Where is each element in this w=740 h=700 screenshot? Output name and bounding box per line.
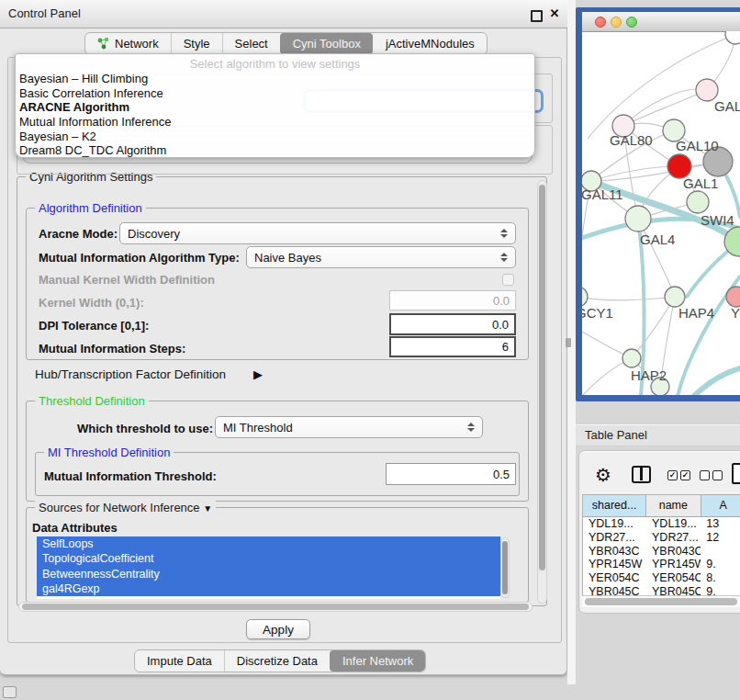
settings-horizontal-scrollbar[interactable]: [18, 602, 533, 612]
node-label: SWI4: [701, 212, 734, 228]
table-row[interactable]: YDL19...YDL19...13: [583, 517, 740, 531]
combo-arrows-icon: [498, 229, 510, 238]
float-window-icon[interactable]: [531, 10, 543, 22]
column-header-shared[interactable]: shared...: [583, 495, 646, 516]
node-label: GAL4: [640, 231, 675, 247]
tab-label: jActiveMNodules: [386, 37, 475, 51]
node-label: GAL11: [582, 186, 623, 202]
algorithm-popup-placeholder: Select algorithm to view settings: [16, 56, 534, 72]
table-horizontal-scrollbar[interactable]: [582, 595, 740, 607]
select-all-checkbox-icon[interactable]: [667, 470, 678, 480]
table-row[interactable]: YDR27...YDR27...12: [583, 531, 740, 545]
network-edge[interactable]: [582, 297, 675, 300]
mi-type-select[interactable]: Naive Bayes: [246, 246, 516, 268]
network-window-titlebar[interactable]: [582, 12, 740, 32]
algorithm-option-basic-correlation-inference[interactable]: Basic Correlation Inference: [16, 86, 534, 101]
network-node[interactable]: [725, 31, 740, 44]
table-cell: 13: [701, 517, 740, 531]
algorithm-option-aracne-algorithm[interactable]: ARACNE Algorithm: [16, 100, 534, 115]
network-node-gcy1[interactable]: [582, 287, 588, 307]
attribute-item-gal4rgexp[interactable]: gal4RGexp: [37, 581, 500, 596]
tab-cyni-toolbox[interactable]: Cyni Toolbox: [280, 33, 373, 54]
table-cell: YBR043C: [583, 545, 646, 559]
aracne-mode-value: Discovery: [120, 227, 498, 241]
tab-jactivemnodules[interactable]: jActiveMNodules: [373, 33, 487, 54]
network-node-swi4[interactable]: [687, 191, 709, 213]
panel-toggle-icon[interactable]: [3, 686, 17, 698]
network-graph[interactable]: GALGAL80GAL10GAL1GAL11SWI4GAL4GCY1HAP4YH…: [582, 31, 740, 395]
tab-network[interactable]: Network: [85, 33, 171, 54]
minimize-traffic-light-icon[interactable]: [611, 17, 622, 28]
control-panel-window: Control Panel ✕ NetworkStyleSelectCyni T…: [0, 0, 567, 675]
control-panel-title: Control Panel: [8, 0, 81, 28]
network-edge[interactable]: [591, 166, 679, 181]
mi-threshold-definition-title: MI Threshold Definition: [44, 446, 174, 459]
aracne-mode-select[interactable]: Discovery: [119, 222, 516, 244]
expand-arrow-icon[interactable]: ▶: [253, 367, 263, 381]
settings-vertical-scrollbar-thumb[interactable]: [539, 185, 545, 570]
network-edge[interactable]: [623, 90, 707, 126]
attribute-item-selfloops[interactable]: SelfLoops: [37, 536, 500, 551]
attributes-vertical-scrollbar[interactable]: [500, 537, 510, 598]
table-cell: YER054C: [646, 571, 701, 585]
tab-label: Cyni Toolbox: [293, 37, 361, 51]
table-row[interactable]: YBR045CYBR045C9.: [583, 585, 740, 595]
zoom-traffic-light-icon[interactable]: [626, 17, 637, 28]
table-header-row: shared...nameA: [583, 495, 740, 517]
network-edge[interactable]: [632, 297, 675, 358]
select-all-checkbox-icon[interactable]: [680, 470, 690, 480]
splitter-handle[interactable]: [566, 338, 571, 347]
network-edge[interactable]: [694, 368, 740, 395]
table-row[interactable]: YPR145WYPR145W9.: [583, 558, 740, 571]
tab-label: Style: [184, 37, 210, 51]
deselect-all-checkbox-icon[interactable]: [700, 470, 710, 480]
gear-icon[interactable]: ⚙: [595, 463, 611, 487]
mi-type-value: Naive Bayes: [247, 251, 498, 265]
tab-style[interactable]: Style: [171, 33, 222, 54]
manual-kernel-checkbox[interactable]: [502, 274, 514, 286]
node-label: HAP2: [631, 367, 667, 383]
table-cell: YDL19...: [646, 517, 701, 531]
close-traffic-light-icon[interactable]: [595, 17, 606, 28]
mi-threshold-label: Mutual Information Threshold:: [44, 469, 217, 483]
algorithm-option-dream8-dc-tdc-algorithm[interactable]: Dream8 DC_TDC Algorithm: [16, 143, 534, 158]
document-icon[interactable]: [732, 463, 740, 484]
control-panel-tabs: NetworkStyleSelectCyni ToolboxjActiveMNo…: [84, 32, 488, 55]
deselect-all-checkbox-icon[interactable]: [712, 470, 723, 480]
network-node-hap4[interactable]: [665, 287, 685, 307]
algorithm-option-bayesian-hill-climbing[interactable]: Bayesian – Hill Climbing: [16, 72, 534, 86]
close-icon[interactable]: ✕: [547, 6, 562, 22]
attributes-scrollbar-thumb[interactable]: [502, 541, 508, 594]
which-threshold-select[interactable]: MI Threshold: [215, 416, 483, 438]
column-header-name[interactable]: name: [646, 495, 701, 516]
table-cell: YPR145W: [646, 558, 701, 571]
settings-horizontal-scrollbar-thumb[interactable]: [22, 604, 529, 610]
dpi-tolerance-field[interactable]: [389, 313, 516, 335]
settings-vertical-scrollbar[interactable]: [537, 180, 547, 604]
collapse-arrow-icon[interactable]: ▼: [203, 503, 212, 514]
attribute-item-topologicalcoefficient[interactable]: TopologicalCoefficient: [37, 551, 500, 566]
tab-infer-network[interactable]: Infer Network: [330, 650, 425, 672]
attribute-item-betweennesscentrality[interactable]: BetweennessCentrality: [37, 567, 500, 581]
algorithm-option-mutual-information-inference[interactable]: Mutual Information Inference: [16, 115, 534, 130]
mi-threshold-field[interactable]: [386, 463, 516, 485]
algorithm-option-bayesian-k2[interactable]: Bayesian – K2: [16, 130, 534, 144]
table-row[interactable]: YER054CYER054C8.: [583, 571, 740, 585]
node-label: HAP4: [678, 305, 714, 321]
column-header-a[interactable]: A: [701, 495, 740, 516]
kernel-width-field[interactable]: [389, 290, 516, 310]
tab-select[interactable]: Select: [222, 33, 280, 54]
columns-icon[interactable]: [632, 466, 651, 483]
network-node-gal4[interactable]: [625, 206, 651, 231]
mi-steps-field[interactable]: [389, 336, 516, 357]
tab-impute-data[interactable]: Impute Data: [135, 650, 224, 672]
table-horizontal-scrollbar-thumb[interactable]: [585, 598, 737, 605]
threshold-definition-title: Threshold Definition: [35, 394, 149, 408]
apply-button[interactable]: Apply: [246, 619, 310, 639]
tab-discretize-data[interactable]: Discretize Data: [224, 650, 330, 672]
table-cell: YPR145W: [583, 558, 646, 571]
table-cell: YBR043C: [646, 545, 701, 559]
network-node-hap2[interactable]: [622, 349, 641, 367]
table-row[interactable]: YBR043CYBR043C: [583, 545, 740, 559]
mi-type-label: Mutual Information Algorithm Type:: [39, 251, 240, 265]
